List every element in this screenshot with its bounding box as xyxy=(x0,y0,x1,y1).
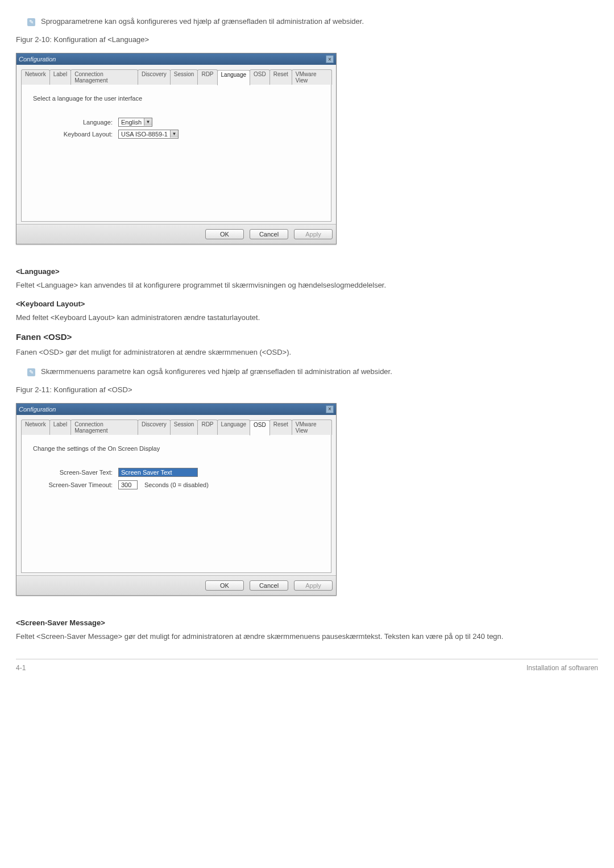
paragraph: Feltet <Language> kan anvendes til at ko… xyxy=(16,280,598,290)
note-text: Skærmmenuens parametre kan også konfigur… xyxy=(41,367,392,376)
tab-panel-osd: Change the settings of the On Screen Dis… xyxy=(21,435,331,573)
heading-language: <Language> xyxy=(16,267,598,276)
tab-network[interactable]: Network xyxy=(21,420,50,435)
screensaver-text-input[interactable]: Screen Saver Text xyxy=(118,468,198,477)
tab-connection-management[interactable]: Connection Management xyxy=(70,420,138,435)
tab-rdp[interactable]: RDP xyxy=(197,420,217,435)
tab-panel-language: Select a language for the user interface… xyxy=(21,85,331,222)
titlebar: Configuration × xyxy=(16,53,336,65)
window-title: Configuration xyxy=(19,56,56,63)
language-select[interactable]: English xyxy=(118,118,152,127)
tab-discovery[interactable]: Discovery xyxy=(138,420,171,435)
figure-caption: Figur 2-10: Konfiguration af <Language> xyxy=(16,35,598,44)
tab-label[interactable]: Label xyxy=(49,420,71,435)
tab-osd[interactable]: OSD xyxy=(250,69,270,85)
tab-connection-management[interactable]: Connection Management xyxy=(70,69,138,85)
tab-label[interactable]: Label xyxy=(49,69,71,85)
panel-caption: Change the settings of the On Screen Dis… xyxy=(33,445,320,452)
panel-caption: Select a language for the user interface xyxy=(33,95,320,102)
config-window-osd: Configuration × Network Label Connection… xyxy=(16,403,337,596)
config-window-language: Configuration × Network Label Connection… xyxy=(16,53,337,244)
timeout-suffix: Seconds (0 = disabled) xyxy=(144,481,209,488)
paragraph: Med feltet <Keyboard Layout> kan adminis… xyxy=(16,313,598,323)
heading-screensaver-message: <Screen-Saver Message> xyxy=(16,618,598,627)
window-title: Configuration xyxy=(19,406,56,413)
tab-network[interactable]: Network xyxy=(21,69,50,85)
tab-discovery[interactable]: Discovery xyxy=(138,69,171,85)
tab-language[interactable]: Language xyxy=(217,420,251,435)
tab-bar: Network Label Connection Management Disc… xyxy=(21,69,331,85)
page-number: 4-1 xyxy=(16,664,26,672)
page-footer: 4-1 Installation af softwaren xyxy=(16,659,598,672)
close-icon[interactable]: × xyxy=(326,55,334,63)
info-icon: ✎ xyxy=(27,368,35,376)
tab-language[interactable]: Language xyxy=(217,70,251,85)
ok-button[interactable]: OK xyxy=(205,229,244,239)
apply-button[interactable]: Apply xyxy=(294,229,333,239)
tab-session[interactable]: Session xyxy=(170,420,198,435)
ok-button[interactable]: OK xyxy=(205,580,244,591)
cancel-button[interactable]: Cancel xyxy=(250,229,288,239)
tab-vmware-view[interactable]: VMware View xyxy=(292,69,332,85)
language-label: Language: xyxy=(33,119,118,126)
tab-session[interactable]: Session xyxy=(170,69,198,85)
paragraph: Feltet <Screen-Saver Message> gør det mu… xyxy=(16,632,598,642)
tab-vmware-view[interactable]: VMware View xyxy=(292,420,332,435)
tab-reset[interactable]: Reset xyxy=(269,420,292,435)
paragraph: Fanen <OSD> gør det muligt for administr… xyxy=(16,347,598,358)
screensaver-text-label: Screen-Saver Text: xyxy=(33,469,118,476)
tab-rdp[interactable]: RDP xyxy=(197,69,217,85)
heading-keyboard-layout: <Keyboard Layout> xyxy=(16,300,598,308)
heading-osd: Fanen <OSD> xyxy=(16,332,598,342)
button-bar: OK Cancel Apply xyxy=(16,224,336,244)
screensaver-timeout-input[interactable]: 300 xyxy=(118,480,138,489)
figure-caption: Figur 2-11: Konfiguration af <OSD> xyxy=(16,385,598,394)
cancel-button[interactable]: Cancel xyxy=(250,580,288,591)
keyboard-layout-select[interactable]: USA ISO-8859-1 xyxy=(118,130,179,139)
tab-osd[interactable]: OSD xyxy=(250,420,270,435)
screensaver-timeout-label: Screen-Saver Timeout: xyxy=(33,481,118,488)
close-icon[interactable]: × xyxy=(326,405,334,413)
keyboard-layout-label: Keyboard Layout: xyxy=(33,131,118,138)
apply-button[interactable]: Apply xyxy=(294,580,333,591)
footer-title: Installation af softwaren xyxy=(526,664,598,672)
info-icon: ✎ xyxy=(27,18,35,26)
titlebar: Configuration × xyxy=(16,404,336,415)
note-text: Sprogparametrene kan også konfigureres v… xyxy=(41,17,364,26)
tab-bar: Network Label Connection Management Disc… xyxy=(21,420,331,435)
tab-reset[interactable]: Reset xyxy=(269,69,292,85)
button-bar: OK Cancel Apply xyxy=(16,575,336,595)
